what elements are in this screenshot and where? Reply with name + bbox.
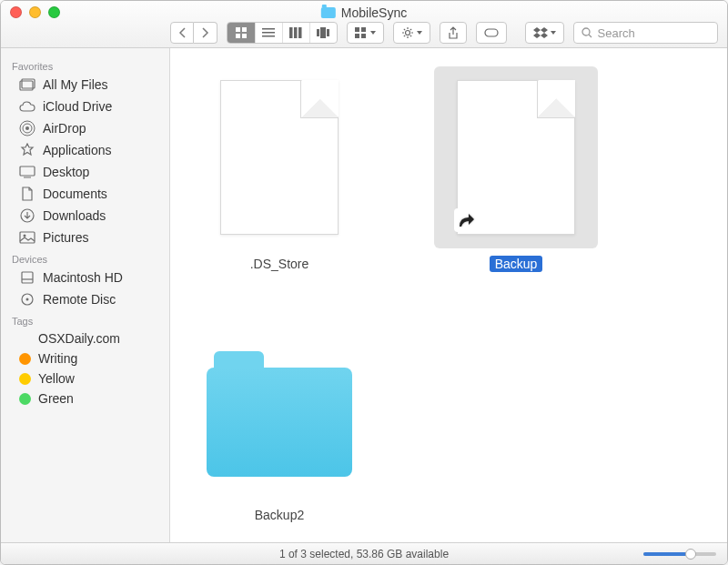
sidebar-item-desktop[interactable]: Desktop: [1, 161, 169, 183]
grid-icon: [235, 26, 248, 39]
search-input[interactable]: Search: [573, 22, 718, 44]
alias-badge-icon: [454, 208, 478, 232]
file-icon: [434, 66, 598, 248]
dropbox-icon: [533, 27, 548, 38]
zoom-slider[interactable]: [643, 552, 716, 556]
sidebar-item-downloads[interactable]: Downloads: [1, 205, 169, 227]
pictures-icon: [19, 229, 35, 246]
sidebar-item-label: Pictures: [43, 230, 89, 245]
sidebar: Favorites All My Files iCloud Drive AirD…: [1, 48, 170, 542]
svg-rect-11: [320, 27, 326, 38]
disk-icon: [19, 269, 35, 286]
minimize-button[interactable]: [29, 6, 41, 18]
file-item-backup2[interactable]: Backup2: [197, 318, 361, 523]
file-label: Backup: [490, 256, 543, 272]
applications-icon: [19, 142, 35, 158]
finder-window: MobileSync: [0, 0, 728, 565]
window-title-text: MobileSync: [341, 5, 407, 20]
tag-dot-icon: [19, 353, 31, 365]
sidebar-item-label: Yellow: [38, 371, 75, 386]
sidebar-item-icloud-drive[interactable]: iCloud Drive: [1, 96, 169, 117]
svg-line-20: [589, 35, 592, 37]
sidebar-item-label: Downloads: [43, 208, 106, 223]
sidebar-item-label: All My Files: [43, 77, 108, 92]
sidebar-item-label: Green: [38, 391, 74, 406]
svg-rect-26: [20, 166, 35, 176]
svg-point-30: [24, 235, 26, 237]
svg-rect-29: [20, 232, 35, 243]
svg-rect-1: [242, 27, 247, 32]
titlebar: MobileSync: [1, 1, 727, 48]
search-placeholder: Search: [598, 26, 635, 40]
sidebar-item-label: Documents: [43, 187, 107, 201]
arrange-button[interactable]: [347, 22, 384, 44]
arrange-icon: [355, 27, 368, 38]
maximize-button[interactable]: [48, 6, 60, 18]
sidebar-tag-osxdaily[interactable]: OSXDaily.com: [1, 328, 169, 348]
sidebar-tag-writing[interactable]: Writing: [1, 348, 169, 368]
share-button[interactable]: [440, 22, 467, 44]
file-icon: [197, 66, 361, 248]
svg-rect-7: [289, 27, 293, 38]
status-text: 1 of 3 selected, 53.86 GB available: [279, 548, 449, 560]
sidebar-item-macintosh-hd[interactable]: Macintosh HD: [1, 267, 169, 288]
tags-button[interactable]: [476, 22, 507, 44]
documents-icon: [19, 186, 35, 202]
sidebar-item-label: Remote Disc: [43, 292, 116, 307]
forward-button[interactable]: [194, 22, 217, 44]
svg-rect-14: [361, 27, 366, 32]
svg-rect-0: [236, 27, 240, 32]
sidebar-item-remote-disc[interactable]: Remote Disc: [1, 288, 169, 310]
svg-rect-16: [361, 34, 366, 38]
sidebar-tag-yellow[interactable]: Yellow: [1, 368, 169, 388]
sidebar-tag-green[interactable]: Green: [1, 388, 169, 409]
list-icon: [262, 27, 275, 38]
sidebar-item-pictures[interactable]: Pictures: [1, 227, 169, 248]
action-button[interactable]: [393, 22, 430, 44]
window-title: MobileSync: [321, 5, 407, 20]
file-label: Backup2: [249, 507, 309, 523]
desktop-icon: [19, 164, 35, 180]
airdrop-icon: [19, 120, 35, 136]
svg-rect-10: [317, 29, 319, 36]
view-mode-segment: [227, 22, 338, 44]
chevron-right-icon: [201, 27, 209, 38]
svg-rect-2: [236, 34, 240, 38]
list-view-button[interactable]: [255, 23, 282, 43]
tags-header: Tags: [1, 310, 169, 328]
svg-rect-12: [327, 29, 329, 36]
file-grid[interactable]: .DS_Store Backup Backup2: [170, 48, 727, 542]
icon-view-button[interactable]: [228, 23, 255, 43]
chevron-down-icon: [370, 31, 376, 35]
sidebar-item-documents[interactable]: Documents: [1, 183, 169, 205]
tag-dot-icon: [19, 333, 31, 345]
sidebar-item-applications[interactable]: Applications: [1, 139, 169, 161]
downloads-icon: [19, 207, 35, 224]
sidebar-item-label: iCloud Drive: [43, 99, 112, 114]
zoom-fill: [643, 552, 691, 556]
sidebar-item-all-my-files[interactable]: All My Files: [1, 74, 169, 96]
coverflow-view-button[interactable]: [309, 23, 337, 43]
zoom-thumb-icon[interactable]: [685, 549, 696, 560]
file-label: .DS_Store: [245, 256, 315, 272]
share-icon: [448, 26, 459, 39]
tag-dot-icon: [19, 393, 31, 405]
svg-point-23: [25, 126, 29, 130]
column-view-button[interactable]: [282, 23, 309, 43]
svg-point-34: [26, 298, 29, 301]
svg-rect-8: [294, 27, 298, 38]
sidebar-item-label: Macintosh HD: [43, 270, 123, 285]
svg-rect-3: [242, 34, 247, 38]
svg-rect-31: [22, 272, 33, 283]
sidebar-item-label: Desktop: [43, 165, 89, 179]
back-button[interactable]: [170, 22, 194, 44]
dropbox-button[interactable]: [525, 22, 564, 44]
svg-rect-4: [262, 28, 275, 30]
tag-dot-icon: [19, 373, 31, 385]
file-item-ds-store[interactable]: .DS_Store: [197, 66, 361, 272]
document-icon: [220, 80, 339, 235]
close-button[interactable]: [10, 6, 22, 18]
file-item-backup[interactable]: Backup: [434, 66, 598, 272]
window-controls: [10, 6, 60, 18]
sidebar-item-airdrop[interactable]: AirDrop: [1, 117, 169, 139]
